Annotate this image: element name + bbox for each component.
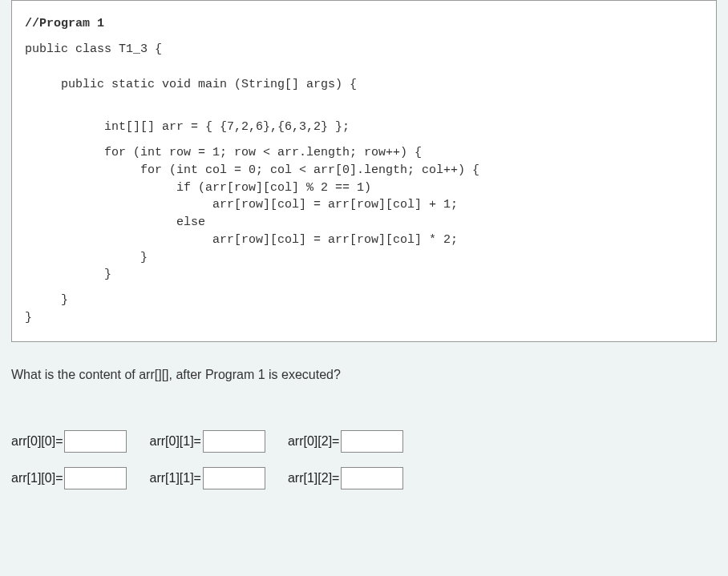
answer-label-12: arr[1][2]= [288,471,339,485]
answer-row-0: arr[0][0]= arr[0][1]= arr[0][2]= [11,430,717,453]
code-line-8: arr[row][col] = arr[row][col] + 1; [25,196,703,214]
answers-area: arr[0][0]= arr[0][1]= arr[0][2]= arr[1][… [0,398,728,520]
code-line-4: int[][] arr = { {7,2,6},{6,3,2} }; [25,119,703,136]
code-line-12: } [25,266,703,284]
code-line-5: for (int row = 1; row < arr.length; row+… [25,144,703,162]
code-container: //Program 1 public class T1_3 { public s… [11,0,717,342]
answer-label-02: arr[0][2]= [288,434,339,449]
code-line-3: public static void main (String[] args) … [25,76,703,94]
answer-group-02: arr[0][2]= [288,430,403,453]
code-line-1: //Program 1 [25,15,703,33]
answer-label-10: arr[1][0]= [11,471,63,485]
answer-input-01[interactable] [203,430,265,453]
question-area: What is the content of arr[][], after Pr… [0,342,728,398]
answer-row-1: arr[1][0]= arr[1][1]= arr[1][2]= [11,467,717,489]
answer-group-12: arr[1][2]= [288,467,403,489]
code-line-10: arr[row][col] = arr[row][col] * 2; [25,232,703,249]
answer-label-00: arr[0][0]= [11,434,63,449]
answer-group-10: arr[1][0]= [11,467,127,489]
answer-label-01: arr[0][1]= [149,434,200,449]
answer-input-02[interactable] [341,430,403,453]
answer-group-01: arr[0][1]= [149,430,265,453]
question-text: What is the content of arr[][], after Pr… [11,368,717,382]
answer-group-00: arr[0][0]= [11,430,127,453]
answer-label-11: arr[1][1]= [149,471,200,485]
answer-group-11: arr[1][1]= [149,467,265,489]
code-line-6: for (int col = 0; col < arr[0].length; c… [25,162,703,179]
code-line-13: } [25,292,703,309]
code-line-14: } [25,309,703,327]
code-line-2: public class T1_3 { [25,41,703,58]
answer-input-00[interactable] [64,430,127,453]
answer-input-10[interactable] [64,467,127,489]
code-line-7: if (arr[row][col] % 2 == 1) [25,179,703,197]
answer-input-12[interactable] [341,467,403,489]
answer-input-11[interactable] [203,467,265,489]
code-line-11: } [25,249,703,267]
code-line-9: else [25,214,703,232]
